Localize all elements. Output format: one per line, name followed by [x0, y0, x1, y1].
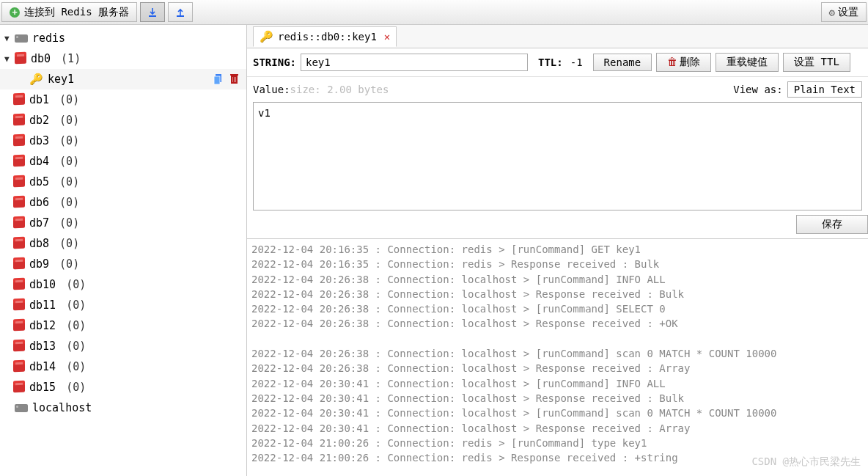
tree-db-db8[interactable]: db8(0) — [0, 233, 246, 254]
server-label: redis — [32, 32, 65, 45]
db-label: db15 — [29, 381, 56, 394]
db-count: (0) — [59, 155, 79, 168]
connect-label: 连接到 Redis 服务器 — [24, 6, 129, 19]
tree-db-db6[interactable]: db6(0) — [0, 192, 246, 213]
settings-button[interactable]: ⚙ 设置 — [821, 2, 867, 22]
tree-db-db5[interactable]: db5(0) — [0, 172, 246, 192]
svg-rect-6 — [232, 77, 233, 82]
view-as-label: View as: — [733, 84, 782, 95]
db-count: (0) — [59, 114, 79, 127]
value-size: size: 2.00 bytes — [290, 84, 389, 95]
tree-db-db12[interactable]: db12(0) — [0, 315, 246, 336]
set-ttl-button[interactable]: 设置 TTL — [783, 53, 850, 72]
db-count: (0) — [59, 196, 79, 209]
db-count: (0) — [66, 278, 86, 291]
copy-icon[interactable] — [213, 73, 224, 85]
server-icon — [15, 34, 28, 43]
main-toolbar: + 连接到 Redis 服务器 ⚙ 设置 — [0, 0, 868, 25]
ttl-label: TTL: — [538, 56, 563, 68]
close-icon[interactable]: ✕ — [384, 31, 390, 43]
toolbar-spacer — [194, 0, 820, 24]
key-actions — [213, 73, 239, 85]
value-header: Value: size: 2.00 bytes View as: Plain T… — [247, 77, 868, 102]
key-icon: 🔑 — [29, 73, 43, 86]
db-count: (0) — [59, 175, 79, 188]
tree-db-db14[interactable]: db14(0) — [0, 356, 246, 377]
tree-server-localhost[interactable]: localhost — [0, 398, 246, 418]
db-label: db8 — [29, 237, 49, 250]
log-output[interactable]: 2022-12-04 20:16:35 : Connection: redis … — [247, 238, 868, 476]
view-as-select[interactable]: Plain Text — [787, 81, 862, 98]
delete-button[interactable]: 🗑删除 — [656, 53, 711, 72]
trash-icon[interactable] — [229, 73, 239, 85]
tree-db0[interactable]: ▼ db0 (1) — [0, 48, 246, 69]
database-icon — [13, 95, 25, 106]
connect-button[interactable]: + 连接到 Redis 服务器 — [1, 2, 137, 22]
tree-db-db3[interactable]: db3(0) — [0, 131, 246, 151]
tree-db-db2[interactable]: db2(0) — [0, 110, 246, 131]
database-icon — [13, 177, 25, 188]
content-panel: 🔑 redis::db0::key1 ✕ STRING: TTL: -1 Ren… — [247, 25, 868, 476]
db-count: (0) — [66, 381, 86, 394]
db-count: (0) — [59, 216, 79, 230]
import-button[interactable] — [140, 2, 165, 22]
chevron-down-icon: ▼ — [4, 54, 13, 64]
svg-rect-8 — [235, 77, 236, 82]
svg-rect-5 — [230, 74, 238, 76]
ttl-value: -1 — [570, 56, 583, 68]
database-icon — [13, 259, 25, 270]
reload-button[interactable]: 重载键值 — [716, 53, 779, 72]
rename-button[interactable]: Rename — [593, 54, 652, 71]
save-row: 保存 — [247, 210, 868, 238]
db-label: db11 — [29, 299, 56, 312]
db-label: db10 — [29, 278, 56, 291]
db-count: (0) — [59, 93, 79, 106]
tree-db-db15[interactable]: db15(0) — [0, 377, 246, 398]
trash-icon: 🗑 — [667, 56, 677, 67]
value-textarea[interactable]: v1 — [253, 102, 862, 210]
tree-db-db4[interactable]: db4(0) — [0, 151, 246, 172]
chevron-down-icon: ▼ — [4, 34, 13, 43]
db-label: db14 — [29, 360, 56, 373]
database-icon — [13, 321, 25, 332]
db-count: (0) — [66, 340, 86, 353]
db-label: db0 — [31, 52, 51, 65]
tree-db-db9[interactable]: db9(0) — [0, 254, 246, 274]
tree-db-db1[interactable]: db1(0) — [0, 89, 246, 110]
db-count: (0) — [59, 237, 79, 250]
tree-db-db13[interactable]: db13(0) — [0, 336, 246, 356]
svg-rect-1 — [177, 15, 184, 17]
db-label: db5 — [29, 175, 49, 188]
db-label: db4 — [29, 155, 49, 168]
type-label: STRING: — [253, 56, 296, 68]
tree-db-db10[interactable]: db10(0) — [0, 274, 246, 295]
key-icon: 🔑 — [260, 30, 273, 43]
svg-rect-3 — [214, 76, 220, 84]
export-button[interactable] — [168, 2, 193, 22]
key-name-input[interactable] — [301, 54, 528, 71]
tree-db-db7[interactable]: db7(0) — [0, 213, 246, 233]
export-icon — [174, 7, 186, 18]
connection-tree[interactable]: ▼ redis ▼ db0 (1) 🔑 key1 db1(0)db2(0)db3… — [0, 25, 247, 476]
database-icon — [13, 197, 25, 208]
database-icon — [13, 362, 25, 373]
import-icon — [147, 7, 158, 18]
svg-rect-7 — [234, 77, 235, 82]
tree-server-redis[interactable]: ▼ redis — [0, 28, 246, 48]
save-button[interactable]: 保存 — [796, 215, 868, 234]
database-icon — [13, 341, 25, 352]
db-count: (1) — [61, 52, 81, 65]
tab-key1[interactable]: 🔑 redis::db0::key1 ✕ — [253, 26, 397, 47]
db-label: db7 — [29, 216, 49, 230]
database-icon — [13, 136, 25, 147]
tree-key-key1[interactable]: 🔑 key1 — [0, 69, 246, 89]
gear-icon: ⚙ — [829, 7, 835, 18]
db-count: (0) — [66, 360, 86, 373]
tree-db-db11[interactable]: db11(0) — [0, 295, 246, 315]
tab-title: redis::db0::key1 — [278, 31, 377, 43]
server-label: localhost — [32, 401, 92, 414]
database-icon — [13, 156, 25, 167]
database-icon — [13, 218, 25, 229]
key-header: STRING: TTL: -1 Rename 🗑删除 重载键值 设置 TTL — [247, 48, 868, 77]
db-count: (0) — [59, 257, 79, 271]
